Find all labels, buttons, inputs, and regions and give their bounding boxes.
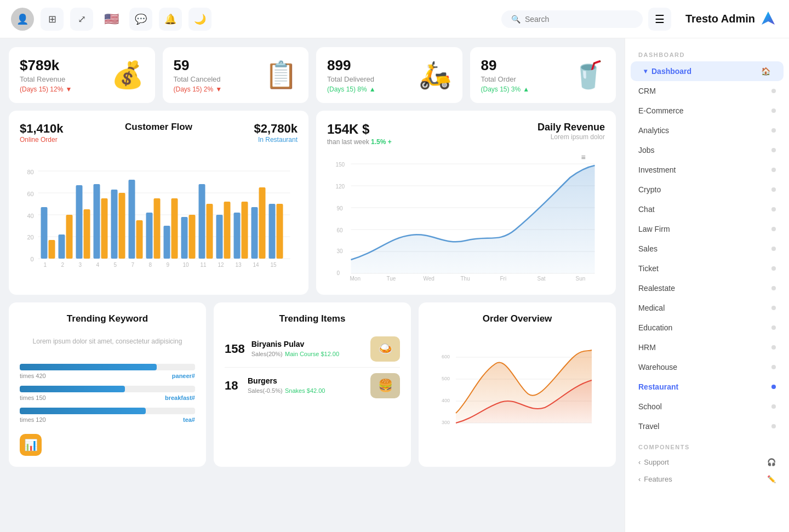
keyword-item-1: times 420 paneer# (20, 364, 195, 379)
avatar[interactable]: 👤 (11, 8, 34, 31)
sidebar-item-label-investment: Investment (638, 165, 676, 174)
svg-rect-23 (154, 198, 161, 259)
daily-rev-header: 154K $ than last week 1.5% + Daily Reven… (327, 122, 605, 146)
sidebar-item-features[interactable]: ‹ Features ✏️ (625, 471, 789, 488)
sidebar-dot-hrm (771, 345, 776, 350)
sidebar-item-sales[interactable]: Sales (625, 239, 789, 259)
sidebar-item-realestate[interactable]: Realestate (625, 278, 789, 298)
trending-item-name-1: Burgers (248, 376, 325, 385)
stat-change-order: (Days 15) 3% ▲ (481, 85, 530, 93)
sidebar-item-travel[interactable]: Travel (625, 416, 789, 436)
svg-text:≡: ≡ (581, 153, 586, 162)
sidebar-item-warehouse[interactable]: Warehouse (625, 357, 789, 377)
sidebar-dot-medical (771, 306, 776, 310)
svg-rect-11 (49, 240, 55, 259)
svg-text:Mon: Mon (350, 276, 361, 282)
bell-icon-button[interactable]: 🔔 (159, 8, 182, 31)
sidebar-item-label-support: Support (644, 458, 669, 466)
stat-cards: $789k Total Revenue (Days 15) 12% ▼ 💰 59… (9, 47, 616, 103)
arrow-up-icon-2: ▲ (523, 85, 529, 93)
moon-icon-button[interactable]: 🌙 (188, 8, 211, 31)
svg-rect-14 (76, 185, 83, 259)
sidebar-item-medical[interactable]: Medical (625, 298, 789, 318)
sidebar-item-jobs[interactable]: Jobs (625, 140, 789, 160)
sidebar-dot-jobs (771, 148, 776, 152)
stat-change-delivered: (Days 15) 8% ▲ (327, 85, 376, 93)
stat-value-canceled: 59 (174, 57, 222, 74)
sidebar-item-label-features: Features (644, 475, 672, 483)
chat-icon-button[interactable]: 💬 (129, 8, 152, 31)
trending-items-title: Trending Items (225, 313, 400, 324)
keyword-bar-bg-3 (20, 408, 195, 414)
sidebar-item-support[interactable]: ‹ Support 🎧 (625, 454, 789, 471)
customer-flow-header: $1,410k Online Order Customer Flow $2,78… (20, 122, 298, 144)
stat-label-delivered: Total Delivered (327, 75, 376, 83)
svg-text:15: 15 (271, 262, 277, 268)
sidebar-item-label-medical: Medical (638, 304, 665, 312)
sidebar-dot-analytics (771, 128, 776, 133)
search-input[interactable] (525, 15, 633, 24)
svg-text:2: 2 (61, 262, 65, 268)
stat-label-revenue: Total Revenue (20, 75, 72, 83)
chevron-down-icon: ▾ (644, 67, 647, 75)
sidebar-item-ecommerce[interactable]: E-Commerce (625, 101, 789, 121)
stat-card-order: 89 Total Order (Days 15) 3% ▲ 🥤 (470, 47, 616, 103)
sidebar-item-label-ecommerce: E-Commerce (638, 106, 683, 115)
menu-button[interactable]: ☰ (648, 8, 671, 31)
svg-text:4: 4 (96, 262, 100, 268)
brand: Tresto Admin (685, 9, 778, 29)
sidebar-item-lawfirm[interactable]: Law Firm (625, 219, 789, 239)
svg-rect-22 (146, 213, 153, 259)
order-overview-card: Order Overview 300 400 500 600 (419, 302, 616, 467)
keyword-bar-bg-2 (20, 386, 195, 392)
trending-item-sales-0: Sales(20%) Main Course $12.00 (251, 348, 339, 358)
stat-value-order: 89 (481, 57, 530, 74)
sidebar-item-restaurant[interactable]: Restaurant (625, 377, 789, 397)
stat-value-revenue: $789k (20, 57, 72, 74)
order-overview-title: Order Overview (430, 313, 605, 324)
sidebar-item-analytics[interactable]: Analytics (625, 121, 789, 140)
sidebar-item-label-crm: CRM (638, 87, 656, 95)
trending-item-count-1: 18 (225, 379, 241, 393)
sidebar-dot-ecommerce (771, 108, 776, 113)
sidebar-item-label-jobs: Jobs (638, 146, 655, 155)
trending-item-img-1: 🍔 (370, 373, 400, 398)
sidebar-item-chat[interactable]: Chat (625, 199, 789, 219)
sidebar-item-crypto[interactable]: Crypto (625, 180, 789, 199)
svg-text:20: 20 (27, 234, 34, 241)
svg-rect-30 (216, 215, 223, 259)
flag-button[interactable]: 🇺🇸 (100, 8, 123, 31)
svg-rect-26 (181, 217, 188, 259)
sidebar-dot-restaurant (771, 385, 776, 389)
rev-amount: 154K $ (327, 122, 392, 137)
keyword-meta-3: times 120 tea# (20, 416, 195, 423)
sidebar-item-label-education: Education (638, 323, 672, 332)
svg-text:3: 3 (79, 262, 82, 268)
keyword-item-2: times 150 breakfast# (20, 386, 195, 401)
sidebar-item-label-dashboard: Dashboard (651, 67, 691, 76)
trending-keyword-card: Trending Keyword Lorem ipsum dolor sit a… (9, 302, 206, 467)
menu-icon: ☰ (655, 13, 665, 26)
sidebar-item-crm[interactable]: CRM (625, 81, 789, 101)
rev-left: 154K $ than last week 1.5% + (327, 122, 392, 146)
svg-rect-34 (251, 207, 258, 259)
grid-icon-button[interactable]: ⊞ (41, 8, 64, 31)
expand-icon-button[interactable]: ⤢ (70, 8, 93, 31)
sidebar-item-dashboard[interactable]: ▾ Dashboard 🏠 (631, 61, 784, 81)
sidebar-item-ticket[interactable]: Ticket (625, 259, 789, 278)
sidebar-item-education[interactable]: Education (625, 318, 789, 337)
keyword-bar-fill-3 (20, 408, 146, 414)
search-box[interactable]: 🔍 (501, 10, 643, 28)
svg-text:13: 13 (236, 262, 242, 268)
sidebar-item-hrm[interactable]: HRM (625, 337, 789, 357)
trending-keyword-icon: 📊 (20, 434, 42, 456)
svg-text:600: 600 (442, 354, 450, 359)
svg-rect-33 (242, 202, 248, 259)
chevron-left-icon-2: ‹ (638, 475, 641, 483)
online-label: Online Order (20, 136, 64, 144)
svg-text:90: 90 (337, 205, 344, 211)
sidebar-item-investment[interactable]: Investment (625, 160, 789, 180)
flow-title: Customer Flow (125, 122, 192, 133)
arrow-down-icon-2: ▼ (215, 85, 222, 93)
sidebar-item-school[interactable]: School (625, 397, 789, 416)
